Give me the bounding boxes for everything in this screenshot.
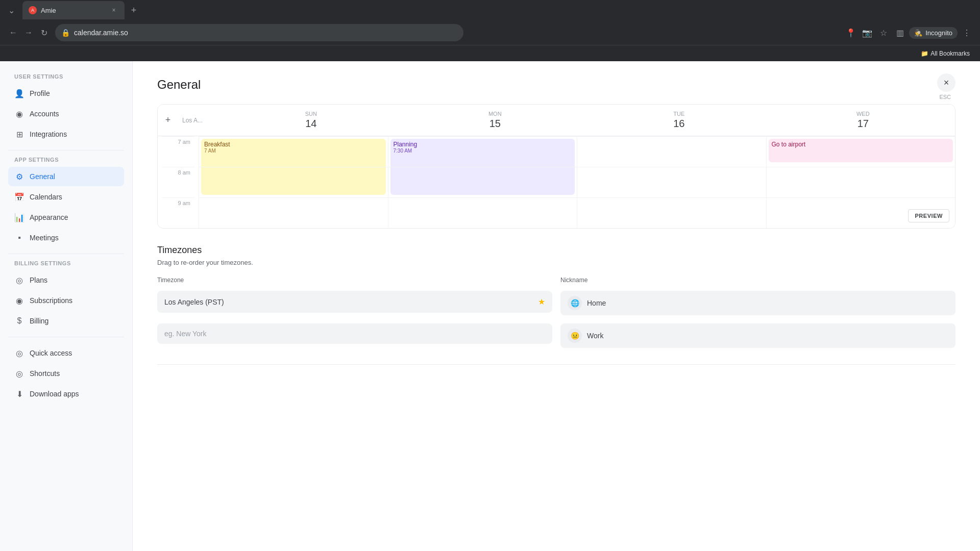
esc-label: ESC xyxy=(939,94,951,100)
billing-settings-label: Billing Settings xyxy=(8,260,124,266)
cal-slot-mon-7am: Planning 7:30 AM xyxy=(388,136,577,167)
cal-day-name-0: Sun xyxy=(219,111,403,117)
cal-slot-wed-7am: Go to airport xyxy=(767,136,955,167)
cal-day-name-1: Mon xyxy=(403,111,587,117)
accounts-icon: ◉ xyxy=(14,109,24,119)
user-settings-label: User Settings xyxy=(8,73,124,80)
new-tab-button[interactable]: + xyxy=(127,3,141,17)
sidebar-toggle-icon[interactable]: ▥ xyxy=(893,26,907,40)
calendar-preview-wrapper: + Los A... Sun 14 Mon 15 Tue 16 xyxy=(157,104,955,229)
sidebar-item-billing[interactable]: $ Billing xyxy=(8,311,124,331)
app-settings-label: App Settings xyxy=(8,157,124,163)
sidebar-item-quick-access[interactable]: ◎ Quick access xyxy=(8,343,124,363)
cal-header: + Los A... Sun 14 Mon 15 Tue 16 xyxy=(158,105,955,136)
tz-emoji-1: 😐 xyxy=(568,329,582,343)
cal-time-9am: 9 am xyxy=(162,197,194,228)
tab-close-button[interactable]: × xyxy=(109,6,118,15)
forward-button[interactable]: → xyxy=(21,26,36,40)
back-button[interactable]: ← xyxy=(6,26,20,40)
sidebar-item-subscriptions-label: Subscriptions xyxy=(30,296,72,305)
meetings-icon: ▪ xyxy=(14,233,24,243)
bookmarks-label: All Bookmarks xyxy=(930,50,970,57)
download-apps-icon: ⬇ xyxy=(14,389,24,399)
event-planning-title: Planning xyxy=(394,141,572,148)
cal-day-num-0: 14 xyxy=(219,118,403,130)
sidebar-item-accounts[interactable]: ◉ Accounts xyxy=(8,104,124,123)
tz-star-0[interactable]: ★ xyxy=(538,297,545,307)
bookmarks-bar: 📁 All Bookmarks xyxy=(0,45,980,61)
shortcuts-icon: ◎ xyxy=(14,368,24,379)
tab-list-button[interactable]: ⌄ xyxy=(4,3,18,17)
sidebar-divider-3 xyxy=(8,337,124,337)
cal-day-col-mon: Planning 7:30 AM xyxy=(388,136,577,228)
cal-time-col: 7 am 8 am 9 am xyxy=(158,136,199,228)
toolbar-right: 📍 📷 ☆ ▥ 🕵 Incognito ⋮ xyxy=(844,26,974,40)
section-divider xyxy=(157,364,955,365)
quick-access-icon: ◎ xyxy=(14,348,24,358)
sidebar-item-subscriptions[interactable]: ◉ Subscriptions xyxy=(8,291,124,310)
cal-event-airport[interactable]: Go to airport xyxy=(769,139,953,162)
address-bar[interactable]: 🔒 calendar.amie.so xyxy=(55,24,463,41)
more-options-icon[interactable]: ⋮ xyxy=(960,26,974,40)
browser-chrome: ⌄ A Amie × + ← → ↻ 🔒 calendar.amie.so 📍 … xyxy=(0,0,980,61)
incognito-label: Incognito xyxy=(925,29,952,37)
cal-day-name-2: Tue xyxy=(587,111,771,117)
toolbar: ← → ↻ 🔒 calendar.amie.so 📍 📷 ☆ ▥ 🕵 Incog… xyxy=(0,20,980,45)
sidebar-item-billing-label: Billing xyxy=(30,317,48,325)
cal-tz-label: Los A... xyxy=(178,117,219,124)
sidebar-item-profile[interactable]: 👤 Profile xyxy=(8,84,124,103)
cal-day-num-1: 15 xyxy=(403,118,587,130)
lock-icon: 🔒 xyxy=(61,29,70,37)
tz-input-1[interactable] xyxy=(164,330,545,338)
tz-emoji-0: 🌐 xyxy=(568,296,582,310)
camera-icon[interactable]: 📷 xyxy=(860,26,874,40)
sidebar-item-appearance[interactable]: 📊 Appearance xyxy=(8,208,124,227)
tz-nickname-text-0: Home xyxy=(587,299,606,307)
bookmark-star-icon[interactable]: ☆ xyxy=(876,26,891,40)
tab-item[interactable]: A Amie × xyxy=(22,1,125,19)
tz-input-row-0[interactable]: ★ xyxy=(157,291,552,313)
page-content: User Settings 👤 Profile ◉ Accounts ⊞ Int… xyxy=(0,61,980,551)
nickname-col-1: 😐 Work xyxy=(560,323,955,352)
sidebar-item-plans[interactable]: ◎ Plans xyxy=(8,270,124,290)
location-icon[interactable]: 📍 xyxy=(844,26,858,40)
tz-input-row-1[interactable] xyxy=(157,323,552,344)
sidebar-item-quick-access-label: Quick access xyxy=(30,349,72,357)
sidebar-item-calendars[interactable]: 📅 Calendars xyxy=(8,187,124,207)
settings-sidebar: User Settings 👤 Profile ◉ Accounts ⊞ Int… xyxy=(0,61,133,551)
sidebar-item-integrations-label: Integrations xyxy=(30,130,67,138)
plans-icon: ◎ xyxy=(14,275,24,285)
timezones-title: Timezones xyxy=(157,245,955,256)
sidebar-item-meetings-label: Meetings xyxy=(30,234,59,242)
cal-slot-tue-8am xyxy=(577,167,766,197)
timezones-desc: Drag to re-order your timezones. xyxy=(157,259,955,266)
tz-column-header: Timezone xyxy=(157,277,552,284)
cal-add-button[interactable]: + xyxy=(158,115,178,126)
sidebar-item-meetings[interactable]: ▪ Meetings xyxy=(8,228,124,247)
cal-slot-wed-8am xyxy=(767,167,955,197)
tz-columns-header: Timezone Nickname xyxy=(157,277,955,288)
close-button[interactable]: × xyxy=(937,73,955,92)
cal-slot-mon-9am xyxy=(388,197,577,228)
tab-title: Amie xyxy=(41,7,105,14)
timezone-row-0: ★ 🌐 Home xyxy=(157,291,955,319)
bookmarks-item[interactable]: 📁 All Bookmarks xyxy=(917,48,974,59)
cal-body: 7 am 8 am 9 am Breakfast 7 AM xyxy=(158,136,955,228)
tz-nickname-text-1: Work xyxy=(587,332,603,340)
sidebar-item-general[interactable]: ⚙ General xyxy=(8,167,124,186)
cal-day-col-tue xyxy=(577,136,766,228)
cal-time-8am: 8 am xyxy=(162,167,194,197)
sidebar-divider-1 xyxy=(8,150,124,151)
cal-days-grid: Breakfast 7 AM Planning xyxy=(199,136,955,228)
reload-button[interactable]: ↻ xyxy=(37,26,51,40)
url-text: calendar.amie.so xyxy=(74,29,457,37)
sidebar-item-integrations[interactable]: ⊞ Integrations xyxy=(8,124,124,144)
sidebar-item-download-apps[interactable]: ⬇ Download apps xyxy=(8,384,124,404)
sidebar-item-calendars-label: Calendars xyxy=(30,193,62,201)
sidebar-item-shortcuts[interactable]: ◎ Shortcuts xyxy=(8,364,124,383)
cal-day-sun: Sun 14 xyxy=(219,111,403,130)
event-planning-time: 7:30 AM xyxy=(394,148,572,154)
cal-slot-sun-7am: Breakfast 7 AM xyxy=(199,136,388,167)
tz-input-0[interactable] xyxy=(164,298,538,306)
preview-button[interactable]: PREVIEW xyxy=(908,209,949,222)
